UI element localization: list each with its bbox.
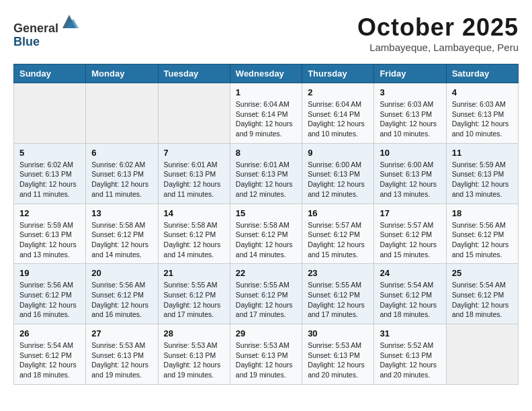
day-info: Sunrise: 5:59 AM Sunset: 6:13 PM Dayligh… <box>452 160 513 199</box>
day-number: 1 <box>236 87 296 97</box>
day-info: Sunrise: 6:01 AM Sunset: 6:13 PM Dayligh… <box>164 160 224 199</box>
day-number: 21 <box>164 268 224 278</box>
day-number: 13 <box>91 208 152 218</box>
day-number: 20 <box>91 268 152 278</box>
day-info: Sunrise: 6:01 AM Sunset: 6:13 PM Dayligh… <box>236 160 296 199</box>
weekday-header-thursday: Thursday <box>302 64 374 83</box>
day-info: Sunrise: 5:57 AM Sunset: 6:12 PM Dayligh… <box>308 220 368 260</box>
day-info: Sunrise: 5:54 AM Sunset: 6:12 PM Dayligh… <box>380 280 440 320</box>
day-info: Sunrise: 5:56 AM Sunset: 6:12 PM Dayligh… <box>452 220 513 260</box>
calendar-cell: 19Sunrise: 5:56 AM Sunset: 6:12 PM Dayli… <box>14 264 86 324</box>
page-header: General Blue October 2025 Lambayeque, La… <box>13 13 519 53</box>
logo-blue: Blue <box>13 35 40 48</box>
day-number: 14 <box>164 208 224 218</box>
calendar-cell: 15Sunrise: 5:58 AM Sunset: 6:12 PM Dayli… <box>230 203 302 264</box>
calendar-cell: 5Sunrise: 6:02 AM Sunset: 6:13 PM Daylig… <box>14 143 86 203</box>
day-info: Sunrise: 6:03 AM Sunset: 6:13 PM Dayligh… <box>452 99 513 139</box>
day-info: Sunrise: 5:58 AM Sunset: 6:12 PM Dayligh… <box>164 220 224 260</box>
calendar-cell: 11Sunrise: 5:59 AM Sunset: 6:13 PM Dayli… <box>446 143 518 203</box>
weekday-header-friday: Friday <box>374 64 446 83</box>
day-number: 27 <box>91 328 152 338</box>
day-info: Sunrise: 6:04 AM Sunset: 6:14 PM Dayligh… <box>236 99 296 139</box>
calendar-cell: 23Sunrise: 5:55 AM Sunset: 6:12 PM Dayli… <box>302 264 374 324</box>
calendar-table: SundayMondayTuesdayWednesdayThursdayFrid… <box>13 64 519 385</box>
calendar-cell: 26Sunrise: 5:54 AM Sunset: 6:12 PM Dayli… <box>14 324 86 385</box>
day-info: Sunrise: 5:56 AM Sunset: 6:12 PM Dayligh… <box>91 280 152 320</box>
calendar-cell: 18Sunrise: 5:56 AM Sunset: 6:12 PM Dayli… <box>446 203 518 264</box>
calendar-cell: 7Sunrise: 6:01 AM Sunset: 6:13 PM Daylig… <box>158 143 230 203</box>
calendar-week-row: 19Sunrise: 5:56 AM Sunset: 6:12 PM Dayli… <box>14 264 519 324</box>
weekday-header-saturday: Saturday <box>446 64 518 83</box>
title-block: October 2025 Lambayeque, Lambayeque, Per… <box>357 13 519 53</box>
calendar-cell: 27Sunrise: 5:53 AM Sunset: 6:13 PM Dayli… <box>86 324 158 385</box>
calendar-cell: 24Sunrise: 5:54 AM Sunset: 6:12 PM Dayli… <box>374 264 446 324</box>
calendar-cell: 22Sunrise: 5:55 AM Sunset: 6:12 PM Dayli… <box>230 264 302 324</box>
calendar-week-row: 5Sunrise: 6:02 AM Sunset: 6:13 PM Daylig… <box>14 143 519 203</box>
calendar-cell <box>446 324 518 385</box>
month-title: October 2025 <box>357 13 519 42</box>
day-number: 3 <box>380 87 440 97</box>
logo: General Blue <box>13 13 79 49</box>
weekday-header-wednesday: Wednesday <box>230 64 302 83</box>
weekday-header-row: SundayMondayTuesdayWednesdayThursdayFrid… <box>14 64 519 83</box>
day-number: 9 <box>308 148 368 158</box>
calendar-cell: 25Sunrise: 5:54 AM Sunset: 6:12 PM Dayli… <box>446 264 518 324</box>
day-number: 6 <box>91 148 152 158</box>
calendar-cell: 14Sunrise: 5:58 AM Sunset: 6:12 PM Dayli… <box>158 203 230 264</box>
calendar-cell <box>158 83 230 144</box>
day-info: Sunrise: 5:58 AM Sunset: 6:12 PM Dayligh… <box>236 220 296 260</box>
day-info: Sunrise: 5:59 AM Sunset: 6:13 PM Dayligh… <box>19 220 80 260</box>
day-number: 2 <box>308 87 368 97</box>
day-info: Sunrise: 6:02 AM Sunset: 6:13 PM Dayligh… <box>19 160 80 199</box>
location-subtitle: Lambayeque, Lambayeque, Peru <box>357 42 519 53</box>
day-number: 24 <box>380 268 440 278</box>
calendar-cell: 13Sunrise: 5:58 AM Sunset: 6:12 PM Dayli… <box>86 203 158 264</box>
calendar-cell: 31Sunrise: 5:52 AM Sunset: 6:13 PM Dayli… <box>374 324 446 385</box>
calendar-week-row: 1Sunrise: 6:04 AM Sunset: 6:14 PM Daylig… <box>14 83 519 144</box>
day-number: 11 <box>452 148 513 158</box>
day-info: Sunrise: 5:58 AM Sunset: 6:12 PM Dayligh… <box>91 220 152 260</box>
day-info: Sunrise: 6:00 AM Sunset: 6:13 PM Dayligh… <box>380 160 440 199</box>
calendar-cell: 3Sunrise: 6:03 AM Sunset: 6:13 PM Daylig… <box>374 83 446 144</box>
calendar-cell: 16Sunrise: 5:57 AM Sunset: 6:12 PM Dayli… <box>302 203 374 264</box>
day-number: 15 <box>236 208 296 218</box>
weekday-header-tuesday: Tuesday <box>158 64 230 83</box>
day-info: Sunrise: 5:55 AM Sunset: 6:12 PM Dayligh… <box>164 280 224 320</box>
day-info: Sunrise: 6:04 AM Sunset: 6:14 PM Dayligh… <box>308 99 368 139</box>
calendar-cell: 17Sunrise: 5:57 AM Sunset: 6:12 PM Dayli… <box>374 203 446 264</box>
day-info: Sunrise: 5:53 AM Sunset: 6:13 PM Dayligh… <box>236 340 296 380</box>
calendar-cell: 1Sunrise: 6:04 AM Sunset: 6:14 PM Daylig… <box>230 83 302 144</box>
calendar-week-row: 12Sunrise: 5:59 AM Sunset: 6:13 PM Dayli… <box>14 203 519 264</box>
day-info: Sunrise: 5:55 AM Sunset: 6:12 PM Dayligh… <box>236 280 296 320</box>
day-number: 31 <box>380 328 440 338</box>
day-info: Sunrise: 5:56 AM Sunset: 6:12 PM Dayligh… <box>19 280 80 320</box>
calendar-cell: 21Sunrise: 5:55 AM Sunset: 6:12 PM Dayli… <box>158 264 230 324</box>
calendar-week-row: 26Sunrise: 5:54 AM Sunset: 6:12 PM Dayli… <box>14 324 519 385</box>
calendar-cell: 6Sunrise: 6:02 AM Sunset: 6:13 PM Daylig… <box>86 143 158 203</box>
calendar-cell: 9Sunrise: 6:00 AM Sunset: 6:13 PM Daylig… <box>302 143 374 203</box>
day-number: 16 <box>308 208 368 218</box>
day-number: 18 <box>452 208 513 218</box>
calendar-cell: 30Sunrise: 5:53 AM Sunset: 6:13 PM Dayli… <box>302 324 374 385</box>
calendar-cell: 10Sunrise: 6:00 AM Sunset: 6:13 PM Dayli… <box>374 143 446 203</box>
day-info: Sunrise: 5:53 AM Sunset: 6:13 PM Dayligh… <box>164 340 224 380</box>
day-info: Sunrise: 5:52 AM Sunset: 6:13 PM Dayligh… <box>380 340 440 380</box>
day-info: Sunrise: 5:53 AM Sunset: 6:13 PM Dayligh… <box>308 340 368 380</box>
day-info: Sunrise: 6:02 AM Sunset: 6:13 PM Dayligh… <box>91 160 152 199</box>
day-number: 30 <box>308 328 368 338</box>
calendar-cell: 28Sunrise: 5:53 AM Sunset: 6:13 PM Dayli… <box>158 324 230 385</box>
calendar-cell: 29Sunrise: 5:53 AM Sunset: 6:13 PM Dayli… <box>230 324 302 385</box>
day-info: Sunrise: 5:53 AM Sunset: 6:13 PM Dayligh… <box>91 340 152 380</box>
calendar-cell: 12Sunrise: 5:59 AM Sunset: 6:13 PM Dayli… <box>14 203 86 264</box>
calendar-cell: 20Sunrise: 5:56 AM Sunset: 6:12 PM Dayli… <box>86 264 158 324</box>
weekday-header-sunday: Sunday <box>14 64 86 83</box>
day-number: 12 <box>19 208 80 218</box>
logo-icon <box>60 12 79 31</box>
day-number: 8 <box>236 148 296 158</box>
day-number: 7 <box>164 148 224 158</box>
day-info: Sunrise: 5:54 AM Sunset: 6:12 PM Dayligh… <box>452 280 513 320</box>
day-number: 10 <box>380 148 440 158</box>
day-info: Sunrise: 6:03 AM Sunset: 6:13 PM Dayligh… <box>380 99 440 139</box>
day-number: 29 <box>236 328 296 338</box>
day-info: Sunrise: 5:57 AM Sunset: 6:12 PM Dayligh… <box>380 220 440 260</box>
